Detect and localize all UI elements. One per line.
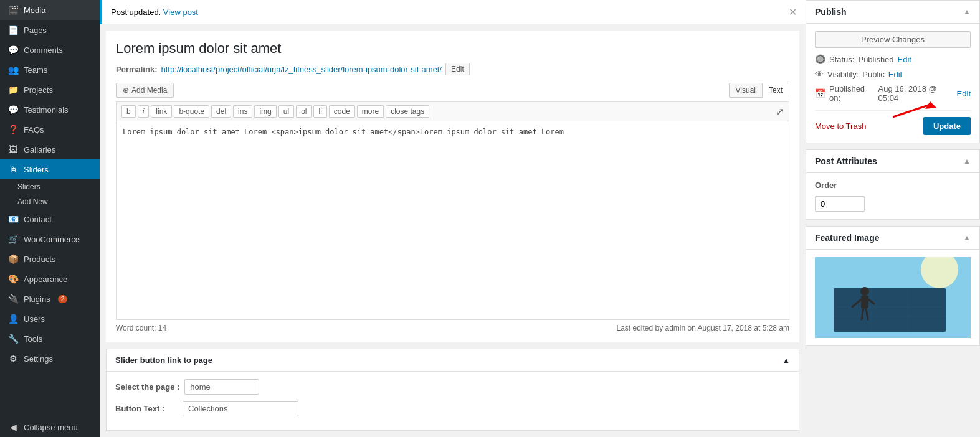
published-on-value: Aug 16, 2018 @ 05:04 xyxy=(878,84,953,103)
faqs-icon: ❓ xyxy=(7,125,19,134)
format-li[interactable]: li xyxy=(313,105,326,118)
sidebar-sub-sliders[interactable]: Sliders xyxy=(0,179,100,194)
add-media-button[interactable]: ⊕ Add Media xyxy=(116,83,174,98)
featured-image-panel: Featured Image ▲ xyxy=(806,226,980,346)
notice-close-button[interactable]: ✕ xyxy=(789,6,797,18)
status-edit-link[interactable]: Edit xyxy=(898,55,911,64)
publish-title: Publish xyxy=(815,7,847,17)
visibility-value: Public xyxy=(862,70,884,79)
post-attributes-body: Order xyxy=(806,173,979,219)
slider-meta-collapse-icon: ▲ xyxy=(783,356,790,365)
publish-panel-header[interactable]: Publish ▲ xyxy=(806,1,979,24)
fullscreen-icon[interactable]: ⤢ xyxy=(776,106,784,118)
publish-collapse-icon: ▲ xyxy=(963,7,971,16)
calendar-icon: 📅 xyxy=(815,88,825,98)
woocommerce-icon: 🛒 xyxy=(7,234,19,244)
users-icon: 👤 xyxy=(7,314,19,324)
select-page-row: Select the page : home about contact ser… xyxy=(115,379,790,395)
sidebar-item-products[interactable]: 📦 Products xyxy=(0,249,100,269)
editor-footer: Word count: 14 Last edited by admin on A… xyxy=(116,320,789,332)
publish-panel-body: Preview Changes 🔘 Status: Published Edit… xyxy=(806,24,979,143)
format-ol[interactable]: ol xyxy=(296,105,312,118)
sidebar-item-projects[interactable]: 📁 Projects xyxy=(0,80,100,100)
sidebar-item-faqs[interactable]: ❓ FAQs xyxy=(0,120,100,139)
pages-icon: 📄 xyxy=(7,25,19,35)
notice-bar: Post updated. View post ✕ xyxy=(100,0,806,24)
visual-text-tabs: Visual Text xyxy=(729,83,789,98)
testimonials-icon: 💬 xyxy=(7,105,19,115)
sidebar-item-sliders[interactable]: 🖱 Sliders xyxy=(0,159,100,179)
published-on-row: 📅 Published on: Aug 16, 2018 @ 05:04 Edi… xyxy=(815,84,971,103)
format-code[interactable]: code xyxy=(329,105,355,118)
contact-icon: 📧 xyxy=(7,214,19,224)
permalink-edit-button[interactable]: Edit xyxy=(445,63,470,75)
published-on-label: Published on: xyxy=(829,84,875,103)
text-tab[interactable]: Text xyxy=(762,83,789,98)
sidebar-item-users[interactable]: 👤 Users xyxy=(0,309,100,329)
preview-changes-button[interactable]: Preview Changes xyxy=(815,31,971,48)
format-italic[interactable]: i xyxy=(138,105,150,118)
post-attributes-header[interactable]: Post Attributes ▲ xyxy=(806,150,979,173)
format-bquote[interactable]: b-quote xyxy=(174,105,209,118)
format-del[interactable]: del xyxy=(211,105,231,118)
gallaries-icon: 🖼 xyxy=(7,144,19,154)
right-sidebar: Publish ▲ Preview Changes 🔘 Status: Publ… xyxy=(806,0,980,437)
sidebar-item-comments[interactable]: 💬 Comments xyxy=(0,40,100,60)
sidebar-item-tools[interactable]: 🔧 Tools xyxy=(0,329,100,349)
button-text-label: Button Text : xyxy=(115,404,178,413)
post-title: Lorem ipsum dolor sit amet xyxy=(116,40,789,57)
order-input[interactable] xyxy=(815,196,865,212)
format-img[interactable]: img xyxy=(254,105,276,118)
sidebar-item-pages[interactable]: 📄 Pages xyxy=(0,20,100,40)
status-label: Status: xyxy=(829,55,854,64)
visual-tab[interactable]: Visual xyxy=(729,83,763,98)
collapse-icon: ◀ xyxy=(7,422,19,432)
sidebar-item-testimonials[interactable]: 💬 Testimonials xyxy=(0,100,100,120)
move-to-trash-link[interactable]: Move to Trash xyxy=(815,121,866,131)
sidebar-item-contact[interactable]: 📧 Contact xyxy=(0,209,100,229)
tools-icon: 🔧 xyxy=(7,334,19,344)
main-content: Post updated. View post ✕ Lorem ipsum do… xyxy=(100,0,806,437)
last-edited: Last edited by admin on August 17, 2018 … xyxy=(616,324,789,332)
order-label: Order xyxy=(815,181,971,190)
sidebar-item-plugins[interactable]: 🔌 Plugins 2 xyxy=(0,289,100,309)
featured-image-header[interactable]: Featured Image ▲ xyxy=(806,227,979,250)
slider-meta-body: Select the page : home about contact ser… xyxy=(107,372,799,430)
sidebar-item-gallaries[interactable]: 🖼 Gallaries xyxy=(0,139,100,159)
slider-meta-title: Slider button link to page xyxy=(115,355,212,365)
featured-image-thumbnail[interactable] xyxy=(815,257,971,338)
teams-icon: 👥 xyxy=(7,65,19,75)
appearance-icon: 🎨 xyxy=(7,274,19,284)
format-ins[interactable]: ins xyxy=(233,105,252,118)
sidebar-item-appearance[interactable]: 🎨 Appearance xyxy=(0,269,100,289)
slider-meta-box-header[interactable]: Slider button link to page ▲ xyxy=(107,349,799,372)
media-icon: 🎬 xyxy=(7,5,19,15)
permalink-label: Permalink: xyxy=(116,65,157,74)
notice-message: Post updated. View post xyxy=(111,7,198,17)
content-editor[interactable]: Lorem ipsum dolor sit amet Lorem <span>i… xyxy=(116,121,789,320)
status-row: 🔘 Status: Published Edit xyxy=(815,54,971,64)
sidebar-item-woocommerce[interactable]: 🛒 WooCommerce xyxy=(0,229,100,249)
format-bold[interactable]: b xyxy=(121,105,136,118)
publish-actions: Move to Trash Update xyxy=(815,110,971,135)
button-text-input[interactable] xyxy=(183,401,298,416)
format-close-tags[interactable]: close tags xyxy=(386,105,429,118)
sidebar-sub-add-new[interactable]: Add New xyxy=(0,194,100,209)
permalink-url[interactable]: http://localhost/project/official/urja/l… xyxy=(161,65,442,74)
select-page-dropdown[interactable]: home about contact services xyxy=(184,379,259,395)
sidebar-item-teams[interactable]: 👥 Teams xyxy=(0,60,100,80)
published-on-edit-link[interactable]: Edit xyxy=(957,89,971,98)
update-button[interactable]: Update xyxy=(923,117,971,135)
visibility-edit-link[interactable]: Edit xyxy=(888,70,902,79)
collapse-menu[interactable]: ◀ Collapse menu xyxy=(0,417,100,437)
format-more[interactable]: more xyxy=(357,105,384,118)
products-icon: 📦 xyxy=(7,254,19,264)
sidebar-item-settings[interactable]: ⚙ Settings xyxy=(0,349,100,369)
view-post-link[interactable]: View post xyxy=(163,7,198,17)
sidebar-item-media[interactable]: 🎬 Media xyxy=(0,0,100,20)
visibility-row: 👁 Visibility: Public Edit xyxy=(815,69,971,79)
comments-icon: 💬 xyxy=(7,45,19,55)
format-ul[interactable]: ul xyxy=(278,105,294,118)
word-count: Word count: 14 xyxy=(116,324,166,332)
format-link[interactable]: link xyxy=(151,105,172,118)
